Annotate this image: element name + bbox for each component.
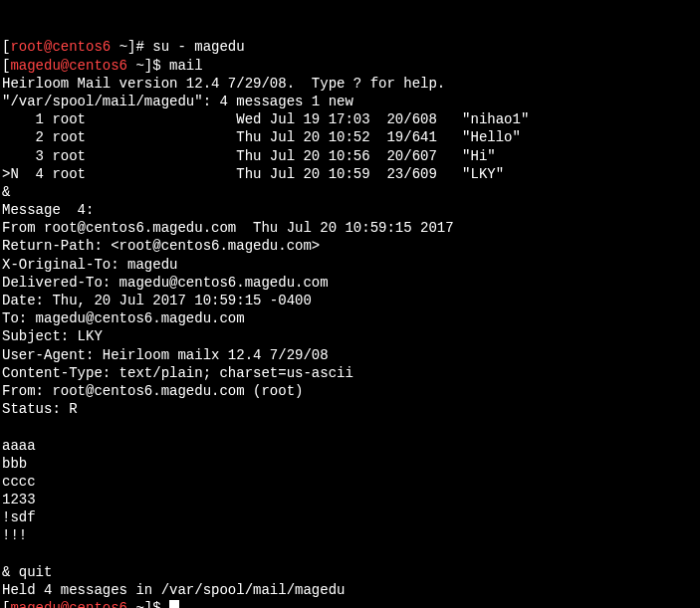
message-date: Date: Thu, 20 Jul 2017 10:59:15 -0400 (2, 293, 312, 308)
mail-list-row: 2 root Thu Jul 20 10:52 19/641 "Hello" (2, 129, 521, 145)
message-body-line: bbb (2, 456, 27, 472)
prompt-user-host: root@centos6 (10, 39, 111, 55)
mail-list-row: 3 root Thu Jul 20 10:56 20/607 "Hi" (2, 148, 496, 164)
mail-list-row-new: >N 4 root Thu Jul 20 10:59 23/609 "LKY" (2, 166, 504, 182)
message-user-agent: User-Agent: Heirloom mailx 12.4 7/29/08 (2, 347, 329, 363)
message-header: Message 4: (2, 202, 94, 218)
command-text: su - magedu (152, 39, 244, 55)
message-body-line: cccc (2, 474, 36, 490)
message-subject: Subject: LKY (2, 328, 103, 344)
message-from-header: From: root@centos6.magedu.com (root) (2, 383, 303, 399)
message-to: To: magedu@centos6.magedu.com (2, 310, 245, 326)
prompt-suffix: ~]# (111, 39, 152, 55)
message-from-line: From root@centos6.magedu.com Thu Jul 20 … (2, 220, 454, 236)
message-body-line: !sdf (2, 509, 36, 525)
message-body-line: aaaa (2, 438, 36, 454)
message-body-line: 1233 (2, 492, 36, 507)
prompt-suffix: ~]$ (127, 58, 169, 74)
mail-list-row: 1 root Wed Jul 19 17:03 20/608 "nihao1" (2, 111, 529, 127)
mail-prompt: & (2, 184, 10, 200)
mail-held-messages: Held 4 messages in /var/spool/mail/maged… (2, 582, 345, 598)
message-status: Status: R (2, 401, 78, 417)
command-text: mail (169, 58, 203, 74)
mail-version-line: Heirloom Mail version 12.4 7/29/08. Type… (2, 76, 445, 92)
message-delivered-to: Delivered-To: magedu@centos6.magedu.com (2, 275, 329, 291)
cursor[interactable] (169, 600, 179, 608)
prompt-user-host: magedu@centos6 (10, 600, 127, 608)
message-x-original-to: X-Original-To: magedu (2, 257, 177, 273)
message-return-path: Return-Path: <root@centos6.magedu.com> (2, 238, 320, 254)
prompt-user-host: magedu@centos6 (10, 58, 127, 74)
mailbox-info-line: "/var/spool/mail/magedu": 4 messages 1 n… (2, 94, 353, 109)
terminal-output[interactable]: [root@centos6 ~]# su - magedu [magedu@ce… (2, 38, 698, 608)
prompt-suffix: ~]$ (127, 600, 169, 608)
message-body-line: !!! (2, 527, 27, 543)
mail-quit-command: & quit (2, 564, 52, 580)
message-content-type: Content-Type: text/plain; charset=us-asc… (2, 365, 353, 381)
